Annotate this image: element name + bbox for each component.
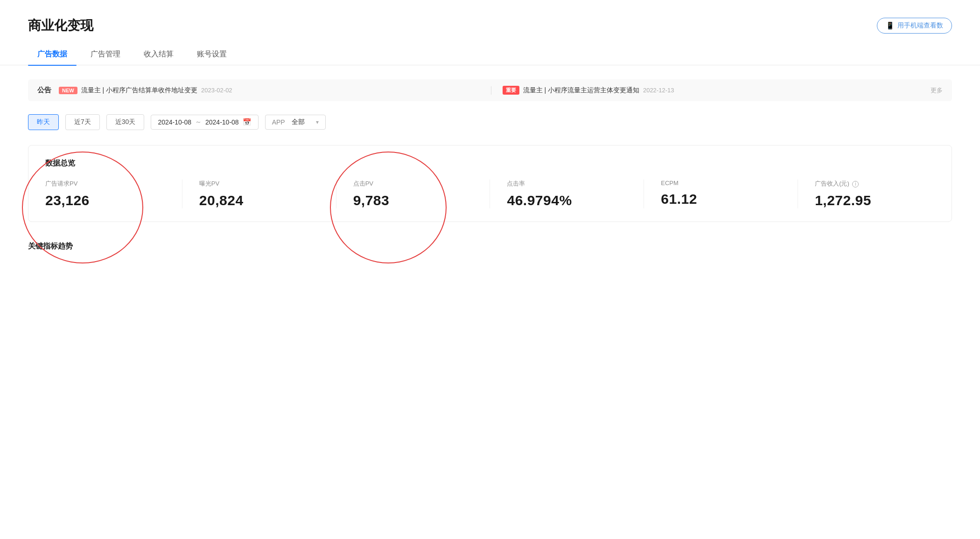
app-filter-label: APP bbox=[272, 118, 285, 126]
filters-bar: 昨天 近7天 近30天 2024-10-08 ～ 2024-10-08 📅 AP… bbox=[28, 114, 952, 130]
stat-value-1: 20,824 bbox=[199, 193, 319, 208]
announcement-bar: 公告 NEW 流量主 | 小程序广告结算单收件地址变更 2023-02-02 重… bbox=[28, 79, 952, 101]
announcement-item-2: 重要 流量主 | 小程序流量主运营主体变更通知 2022-12-13 bbox=[503, 86, 924, 95]
chevron-down-icon: ▾ bbox=[316, 119, 319, 125]
stats-card-wrapper: 数据总览 广告请求PV 23,126 曝光PV 20,824 点击PV bbox=[28, 145, 952, 237]
stat-label-0: 广告请求PV bbox=[45, 180, 165, 188]
badge-important: 重要 bbox=[503, 86, 519, 95]
app-filter-value: 全部 bbox=[292, 118, 305, 126]
date-range-picker[interactable]: 2024-10-08 ～ 2024-10-08 📅 bbox=[151, 115, 258, 130]
filter-7days[interactable]: 近7天 bbox=[65, 114, 100, 130]
app-filter-dropdown[interactable]: APP 全部 ▾ bbox=[265, 115, 326, 130]
stats-card: 数据总览 广告请求PV 23,126 曝光PV 20,824 点击PV bbox=[28, 145, 952, 222]
tabs-nav: 广告数据 广告管理 收入结算 账号设置 bbox=[0, 44, 980, 65]
tab-ad-management[interactable]: 广告管理 bbox=[81, 44, 130, 65]
announcement-more[interactable]: 更多 bbox=[931, 86, 943, 95]
content-area: 公告 NEW 流量主 | 小程序广告结算单收件地址变更 2023-02-02 重… bbox=[0, 65, 980, 265]
announcement-item-1: NEW 流量主 | 小程序广告结算单收件地址变更 2023-02-02 bbox=[59, 86, 480, 95]
calendar-icon: 📅 bbox=[243, 118, 252, 126]
mobile-btn-label: 用手机端查看数 bbox=[897, 21, 943, 30]
mobile-view-button[interactable]: 📱 用手机端查看数 bbox=[877, 18, 952, 34]
announcement-text-2: 流量主 | 小程序流量主运营主体变更通知 bbox=[523, 86, 639, 95]
stats-section-title: 数据总览 bbox=[45, 159, 935, 168]
stat-value-2: 9,783 bbox=[353, 193, 473, 208]
mobile-icon: 📱 bbox=[886, 21, 895, 30]
page-title: 商业化变现 bbox=[28, 17, 93, 35]
announcement-divider bbox=[491, 86, 491, 95]
stat-value-5: 1,272.95 bbox=[815, 193, 935, 208]
announcement-label: 公告 bbox=[37, 86, 51, 95]
trend-section-title: 关键指标趋势 bbox=[28, 242, 952, 251]
stat-label-5: 广告收入(元) i bbox=[815, 180, 935, 188]
announcement-text-1: 流量主 | 小程序广告结算单收件地址变更 bbox=[81, 86, 197, 95]
page-wrapper: 商业化变现 📱 用手机端查看数 广告数据 广告管理 收入结算 账号设置 公告 N… bbox=[0, 0, 980, 539]
header: 商业化变现 📱 用手机端查看数 bbox=[0, 0, 980, 44]
stats-grid: 广告请求PV 23,126 曝光PV 20,824 点击PV 9,783 bbox=[45, 180, 935, 208]
stat-label-2: 点击PV bbox=[353, 180, 473, 188]
stat-label-3: 点击率 bbox=[507, 180, 627, 188]
tab-account-settings[interactable]: 账号设置 bbox=[188, 44, 236, 65]
tab-ad-data[interactable]: 广告数据 bbox=[28, 44, 77, 65]
stat-ecpm: ECPM 61.12 bbox=[661, 180, 798, 208]
stat-click-rate: 点击率 46.9794% bbox=[507, 180, 644, 208]
stat-value-4: 61.12 bbox=[661, 191, 781, 207]
date-start: 2024-10-08 bbox=[158, 118, 191, 126]
stat-click-pv: 点击PV 9,783 bbox=[353, 180, 490, 208]
date-separator: ～ bbox=[195, 118, 202, 126]
announcement-date-2: 2022-12-13 bbox=[643, 87, 674, 94]
stat-value-0: 23,126 bbox=[45, 193, 165, 208]
info-icon[interactable]: i bbox=[852, 181, 859, 187]
tab-revenue[interactable]: 收入结算 bbox=[134, 44, 183, 65]
stat-ad-revenue: 广告收入(元) i 1,272.95 bbox=[815, 180, 935, 208]
badge-new: NEW bbox=[59, 87, 77, 94]
stat-label-1: 曝光PV bbox=[199, 180, 319, 188]
filter-30days[interactable]: 近30天 bbox=[106, 114, 145, 130]
announcement-date-1: 2023-02-02 bbox=[201, 87, 232, 94]
stat-ad-request-pv: 广告请求PV 23,126 bbox=[45, 180, 182, 208]
date-end: 2024-10-08 bbox=[205, 118, 239, 126]
stat-label-4: ECPM bbox=[661, 180, 781, 187]
stat-exposure-pv: 曝光PV 20,824 bbox=[199, 180, 336, 208]
stat-value-3: 46.9794% bbox=[507, 193, 627, 208]
filter-yesterday[interactable]: 昨天 bbox=[28, 114, 59, 130]
